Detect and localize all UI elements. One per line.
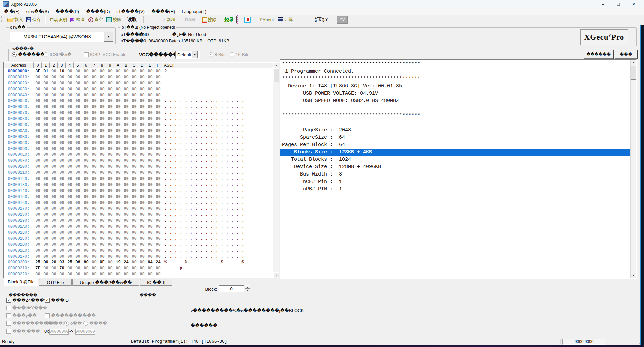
- menu-language[interactable]: Language(L): [178, 9, 210, 14]
- hex-byte-cell[interactable]: 00: [58, 218, 66, 223]
- hex-byte-cell[interactable]: 00: [58, 201, 66, 205]
- hex-byte-cell[interactable]: 00: [74, 170, 82, 175]
- hex-byte-cell[interactable]: 00: [122, 164, 130, 169]
- hex-byte-cell[interactable]: 00: [90, 183, 98, 187]
- hex-byte-cell[interactable]: 00: [154, 177, 162, 181]
- hex-byte-cell[interactable]: 00: [130, 129, 138, 133]
- hex-byte-cell[interactable]: 00: [66, 212, 74, 217]
- hex-byte-cell[interactable]: 00: [98, 117, 106, 121]
- hex-byte-cell[interactable]: 00: [34, 236, 42, 241]
- hex-byte-cell[interactable]: 00: [154, 164, 162, 169]
- hex-byte-cell[interactable]: 00: [82, 111, 90, 115]
- log-line[interactable]: Device 1: T48 [TL866-3G] Ver: 00.01.35: [282, 83, 631, 90]
- hex-byte-cell[interactable]: 00: [154, 254, 162, 259]
- hex-byte-cell[interactable]: 00: [146, 224, 154, 229]
- hex-byte-cell[interactable]: 00: [122, 177, 130, 181]
- hex-byte-cell[interactable]: 00: [58, 158, 66, 163]
- hex-byte-cell[interactable]: 00: [106, 189, 114, 193]
- hex-byte-cell[interactable]: 00: [82, 248, 90, 253]
- hex-byte-cell[interactable]: 00: [114, 272, 122, 277]
- hex-byte-cell[interactable]: 00: [106, 93, 114, 98]
- hex-byte-cell[interactable]: 00: [122, 218, 130, 223]
- hex-byte-cell[interactable]: 00: [138, 69, 146, 74]
- toolbar-read-button[interactable]: 读取: [125, 16, 139, 23]
- hex-byte-cell[interactable]: 00: [42, 224, 50, 229]
- hex-byte-cell[interactable]: 00: [74, 99, 82, 103]
- hex-byte-cell[interactable]: 00: [114, 69, 122, 74]
- hex-byte-cell[interactable]: 00: [58, 254, 66, 259]
- hex-byte-cell[interactable]: 00: [114, 81, 122, 86]
- hex-byte-cell[interactable]: 00: [66, 87, 74, 92]
- toolbar-save-button[interactable]: 保存: [26, 17, 41, 23]
- hex-byte-cell[interactable]: 00: [130, 69, 138, 74]
- hex-byte-cell[interactable]: 00: [90, 254, 98, 259]
- hex-byte-cell[interactable]: 00: [130, 201, 138, 205]
- hex-byte-cell[interactable]: 00: [66, 170, 74, 175]
- hex-byte-cell[interactable]: 00: [138, 189, 146, 193]
- hex-byte-cell[interactable]: 00: [58, 111, 66, 115]
- hex-byte-cell[interactable]: 00: [98, 212, 106, 217]
- hex-byte-cell[interactable]: 00: [66, 135, 74, 139]
- hex-byte-cell[interactable]: 00: [154, 69, 162, 74]
- hex-byte-cell[interactable]: 00: [82, 212, 90, 217]
- hex-byte-cell[interactable]: 00: [138, 152, 146, 157]
- hex-byte-cell[interactable]: 20: [50, 260, 58, 265]
- hex-byte-cell[interactable]: 00: [34, 93, 42, 98]
- hex-byte-cell[interactable]: 00: [58, 117, 66, 121]
- hex-byte-cell[interactable]: 00: [98, 218, 106, 223]
- hex-byte-cell[interactable]: 00: [66, 218, 74, 223]
- hex-byte-cell[interactable]: 00: [98, 81, 106, 86]
- scroll-down-icon[interactable]: ▼: [631, 273, 636, 278]
- hex-byte-cell[interactable]: 00: [74, 254, 82, 259]
- hex-byte-cell[interactable]: 00: [138, 87, 146, 92]
- hex-byte-cell[interactable]: 00: [50, 195, 58, 199]
- hex-byte-cell[interactable]: 00: [138, 260, 146, 265]
- hex-byte-cell[interactable]: 00: [130, 123, 138, 127]
- hex-byte-cell[interactable]: 00: [138, 206, 146, 211]
- hex-byte-cell[interactable]: 00: [34, 195, 42, 199]
- 16-bits-radio[interactable]: 16 Bits: [230, 52, 249, 57]
- hex-byte-cell[interactable]: 00: [90, 212, 98, 217]
- menu-help[interactable]: ����(H): [148, 9, 178, 14]
- block-number-input[interactable]: 0: [219, 285, 244, 292]
- toolbar-tv-button[interactable]: TV: [337, 16, 348, 24]
- hex-byte-cell[interactable]: 00: [122, 230, 130, 235]
- hex-byte-cell[interactable]: 00: [90, 93, 98, 98]
- hex-byte-cell[interactable]: 00: [106, 177, 114, 181]
- hex-byte-cell[interactable]: 00: [138, 75, 146, 80]
- hex-byte-cell[interactable]: 00: [58, 75, 66, 80]
- hex-byte-cell[interactable]: 00: [98, 266, 106, 271]
- hex-byte-cell[interactable]: 00: [122, 158, 130, 163]
- hex-byte-cell[interactable]: 00: [90, 224, 98, 229]
- hex-byte-cell[interactable]: 00: [74, 242, 82, 247]
- hex-byte-cell[interactable]: 00: [90, 147, 98, 151]
- hex-byte-cell[interactable]: 00: [130, 135, 138, 139]
- hex-byte-cell[interactable]: 00: [146, 236, 154, 241]
- maximize-button[interactable]: □: [611, 0, 626, 8]
- hex-byte-cell[interactable]: 00: [114, 141, 122, 145]
- hex-byte-cell[interactable]: 00: [98, 189, 106, 193]
- hex-byte-cell[interactable]: 00: [74, 105, 82, 109]
- hex-byte-cell[interactable]: 00: [106, 111, 114, 115]
- hex-byte-cell[interactable]: 00: [50, 206, 58, 211]
- hex-byte-cell[interactable]: 00: [114, 248, 122, 253]
- hex-byte-cell[interactable]: 00: [90, 230, 98, 235]
- hex-byte-cell[interactable]: 00: [50, 158, 58, 163]
- toolbar-chip-pins-button[interactable]: [244, 17, 251, 23]
- hex-byte-cell[interactable]: 00: [154, 87, 162, 92]
- hex-byte-cell[interactable]: 00: [82, 129, 90, 133]
- hex-byte-cell[interactable]: 00: [130, 141, 138, 145]
- hex-byte-cell[interactable]: 00: [122, 111, 130, 115]
- hex-byte-cell[interactable]: 00: [154, 93, 162, 98]
- vcc-select-dropdown-icon[interactable]: ▼: [192, 51, 198, 58]
- hex-byte-cell[interactable]: 00: [34, 272, 42, 277]
- hex-byte-cell[interactable]: 00: [50, 147, 58, 151]
- hex-byte-cell[interactable]: 00: [98, 170, 106, 175]
- hex-byte-cell[interactable]: 00: [82, 230, 90, 235]
- log-line[interactable]: [282, 105, 631, 112]
- hex-byte-cell[interactable]: 00: [50, 212, 58, 217]
- hex-byte-cell[interactable]: 00: [114, 254, 122, 259]
- hex-byte-cell[interactable]: 00: [122, 189, 130, 193]
- hex-byte-cell[interactable]: 00: [114, 164, 122, 169]
- hex-byte-cell[interactable]: 00: [42, 242, 50, 247]
